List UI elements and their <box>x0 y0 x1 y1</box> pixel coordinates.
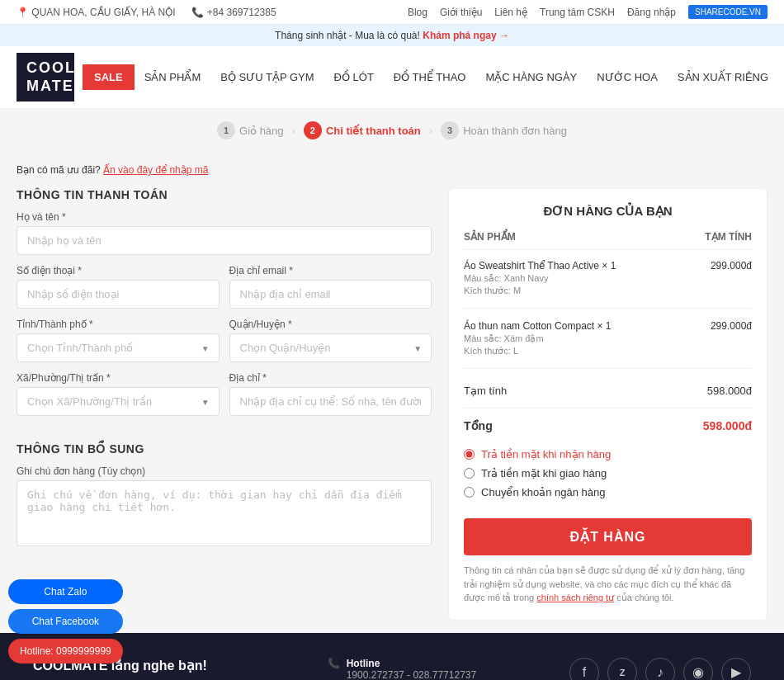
support-link[interactable]: Trung tâm CSKH <box>540 7 615 18</box>
email-input[interactable] <box>229 280 432 309</box>
full-name-group: Họ và tên * <box>17 211 432 255</box>
payment-option-cod-pickup[interactable]: Trả tiền mặt khi giao hàng <box>464 467 752 479</box>
order-button[interactable]: ĐẶT HÀNG <box>464 518 752 555</box>
privacy-link[interactable]: chính sách riêng tư <box>536 593 614 602</box>
breadcrumb-step-1: 1 Giỏ hàng <box>217 121 284 139</box>
footer-contact: 📞 Hotline 1900.272737 - 028.77712737 (8:… <box>328 658 536 680</box>
item-2-name: Áo thun nam Cotton Compact × 1 <box>464 320 711 332</box>
payment-option-cod-delivery[interactable]: Trả tiền mặt khi nhận hàng <box>464 448 752 460</box>
order-item-2: Áo thun nam Cotton Compact × 1 299.000đ … <box>464 320 752 369</box>
facebook-icon[interactable]: f <box>569 658 599 680</box>
about-link[interactable]: Giới thiệu <box>440 7 482 18</box>
instagram-icon[interactable]: ◉ <box>683 658 713 680</box>
phone-icon: 📞 <box>328 658 340 669</box>
footer-social: f Z ♪ ◉ ▶ <box>569 658 751 680</box>
ward-label: Xã/Phường/Thị trấn * <box>17 372 220 384</box>
order-table-header: SẢN PHẨM TẠM TÍNH <box>464 231 752 250</box>
subtotal-row: Tạm tính 598.000đ <box>464 380 752 401</box>
phone-label: Số điện thoại * <box>17 265 220 276</box>
payment-radio-2[interactable] <box>464 468 475 479</box>
chat-hotline-button[interactable]: Hotline: 0999999999 <box>8 639 123 663</box>
hotline-value: 1900.272737 - 028.77712737 <box>347 669 476 680</box>
note-group: Ghi chú đơn hàng (Tùy chọn) <box>17 465 432 549</box>
item-2-price: 299.000đ <box>711 320 752 332</box>
total-label: Tổng <box>464 419 493 432</box>
contact-link[interactable]: Liên hệ <box>494 7 527 18</box>
item-1-price: 299.000đ <box>711 260 752 272</box>
email-group: Địa chỉ email * <box>229 265 432 309</box>
youtube-icon[interactable]: ▶ <box>721 658 751 680</box>
nav-item-sale[interactable]: SALE <box>83 64 135 90</box>
nav-item-perfume[interactable]: NƯỚC HOA <box>587 64 668 90</box>
location-text: 📍 QUAN HOA, CẦU GIẤY, HÀ NỘI <box>17 7 175 18</box>
province-label: Tỉnh/Thành phố * <box>17 319 220 330</box>
total-value: 598.000đ <box>703 419 752 432</box>
full-name-input[interactable] <box>17 226 432 255</box>
nav-item-daily[interactable]: MẶC HÀNG NGÀY <box>475 64 587 90</box>
main-nav: SALE SẢN PHẨM BỘ SƯU TẬP GYM ĐỒ LÓT ĐỒ T… <box>83 64 778 90</box>
hotline-info: 📞 Hotline 1900.272737 - 028.77712737 (8:… <box>328 658 536 680</box>
item-1-name: Áo Sweatshirt Thể Thao Active × 1 <box>464 260 711 272</box>
payment-option-bank[interactable]: Chuyển khoản ngân hàng <box>464 486 752 498</box>
payment-radio-3[interactable] <box>464 487 475 498</box>
payment-radio-1[interactable] <box>464 449 475 460</box>
payment-label-3: Chuyển khoản ngân hàng <box>481 486 605 498</box>
tiktok-icon[interactable]: ♪ <box>645 658 675 680</box>
address-group: Địa chỉ * <box>229 372 432 416</box>
chat-buttons: Chat Zalo Chat Facebook Hotline: 0999999… <box>8 579 123 663</box>
subtotal-label: Tạm tính <box>464 385 507 397</box>
step-label-3: Hoàn thành đơn hàng <box>463 125 567 137</box>
discount-link[interactable]: Ấn vào đây để nhập mã <box>103 164 208 176</box>
breadcrumb-step-3: 3 Hoàn thành đơn hàng <box>441 121 567 139</box>
promo-bar: Tháng sinh nhật - Mua là có quà! Khám ph… <box>0 25 784 46</box>
nav-item-gym[interactable]: BỘ SƯU TẬP GYM <box>210 64 324 90</box>
order-title: ĐƠN HÀNG CỦA BẠN <box>464 204 752 219</box>
additional-title: THÔNG TIN BỔ SUNG <box>17 442 432 456</box>
login-link[interactable]: Đăng nhập <box>627 7 676 18</box>
logo[interactable]: COOL MATE <box>17 53 74 102</box>
chat-facebook-button[interactable]: Chat Facebook <box>8 609 123 634</box>
note-textarea[interactable] <box>17 480 432 546</box>
payment-label-1: Trả tiền mặt khi nhận hàng <box>481 448 611 460</box>
email-label: Địa chỉ email * <box>229 265 432 276</box>
breadcrumb-sep-2: › <box>429 125 432 137</box>
order-totals: Tạm tính 598.000đ Tổng 598.000đ <box>464 380 752 437</box>
zalo-icon[interactable]: Z <box>607 658 637 680</box>
nav-item-sports[interactable]: ĐỒ THỂ THAO <box>384 64 476 90</box>
order-box: ĐƠN HÀNG CỦA BẠN SẢN PHẨM TẠM TÍNH Áo Sw… <box>448 188 767 621</box>
item-1-color: Màu sắc: Xanh Navy <box>464 273 752 284</box>
col-product: SẢN PHẨM <box>464 231 516 243</box>
phone-input[interactable] <box>17 280 220 309</box>
privacy-note: Thông tin cá nhân của bạn sẽ được sử dụn… <box>464 564 752 605</box>
nav-item-custom[interactable]: SẢN XUẤT RIÊNG <box>668 64 778 90</box>
chat-zalo-button[interactable]: Chat Zalo <box>8 579 123 604</box>
promo-text: Tháng sinh nhật - Mua là có quà! <box>275 30 420 41</box>
order-item-1: Áo Sweatshirt Thể Thao Active × 1 299.00… <box>464 260 752 309</box>
address-input[interactable] <box>229 387 432 416</box>
province-select[interactable]: Chọn Tỉnh/Thành phố <box>17 333 220 362</box>
order-summary: ĐƠN HÀNG CỦA BẠN SẢN PHẨM TẠM TÍNH Áo Sw… <box>448 188 767 621</box>
hotline-label: Hotline <box>347 658 476 669</box>
total-row: Tổng 598.000đ <box>464 415 752 437</box>
nav-item-underwear[interactable]: ĐỒ LÓT <box>324 64 384 90</box>
privacy-text2: của chúng tôi. <box>616 593 673 602</box>
promo-link[interactable]: Khám phá ngay → <box>423 30 509 41</box>
col-total: TẠM TÍNH <box>705 231 752 243</box>
district-label: Quận/Huyện * <box>229 319 432 330</box>
item-1-size: Kích thước: M <box>464 286 752 296</box>
step-label-1: Giỏ hàng <box>239 125 284 137</box>
step-num-3: 3 <box>441 121 459 139</box>
breadcrumb-sep-1: › <box>292 125 295 137</box>
district-group: Quận/Huyện * Chọn Quận/Huyện <box>229 319 432 362</box>
item-2-color: Màu sắc: Xám đậm <box>464 333 752 344</box>
subtotal-value: 598.000đ <box>707 385 752 397</box>
nav-item-products[interactable]: SẢN PHẨM <box>135 64 211 90</box>
blog-link[interactable]: Blog <box>408 7 427 18</box>
footer-social-section: f Z ♪ ◉ ▶ <box>569 658 751 680</box>
ward-select[interactable]: Chọn Xã/Phường/Thị trấn <box>17 387 220 416</box>
district-select[interactable]: Chọn Quận/Huyện <box>229 333 432 362</box>
full-name-label: Họ và tên * <box>17 211 432 223</box>
step-num-2: 2 <box>304 121 322 139</box>
step-num-1: 1 <box>217 121 235 139</box>
step-label-2: Chi tiết thanh toán <box>326 125 421 137</box>
